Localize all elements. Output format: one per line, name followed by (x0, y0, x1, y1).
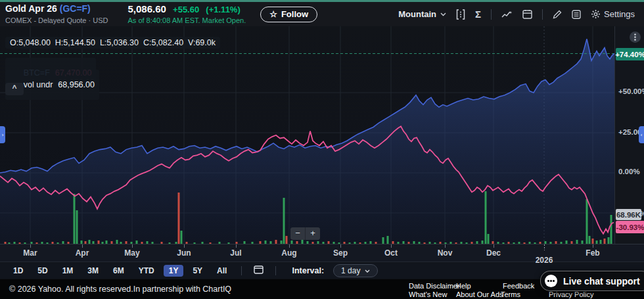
collapse-panel-caret[interactable]: ^ (5, 83, 24, 95)
x-axis-tick (184, 244, 185, 248)
toolbar-divider (275, 266, 276, 275)
volume-bar (592, 239, 594, 244)
volume-bar (178, 193, 180, 244)
custom-date-range-button[interactable] (251, 265, 266, 276)
chevron-down-icon (365, 269, 370, 273)
chart-header: Gold Apr 26 (GC=F) COMEX - Delayed Quote… (0, 2, 644, 27)
interval-dropdown[interactable]: 1 day (333, 264, 378, 277)
expand-left-panel-tab[interactable]: › (0, 126, 5, 143)
x-axis-tick (132, 244, 133, 248)
volume-bar (74, 194, 76, 244)
comparison-value-badge: -30.93% (616, 221, 644, 233)
x-axis-tick (494, 244, 494, 248)
x-axis-label-jun: Jun (177, 248, 191, 258)
volume-bar (608, 237, 610, 244)
range-button-1y[interactable]: 1Y (164, 265, 184, 277)
x-axis-label-oct: Oct (384, 248, 398, 258)
x-axis-tick (289, 244, 290, 248)
events-icon[interactable] (501, 10, 513, 19)
x-axis-tick (593, 244, 593, 248)
range-buttons: 1D5D1M3M6MYTD1Y5YAll (8, 265, 232, 277)
star-icon: ☆ (269, 9, 277, 19)
x-axis-tick (445, 244, 446, 248)
x-axis-label-sep: Sep (333, 248, 348, 258)
interval-value: 1 day (341, 266, 360, 275)
x-axis-tick (30, 244, 31, 248)
interval-label: Interval: (292, 266, 324, 275)
toolbar-divider (542, 9, 543, 20)
finance-chart-app: Gold Apr 26 (GC=F) COMEX - Delayed Quote… (0, 0, 644, 299)
volume-bar (387, 236, 389, 244)
x-axis-tick (82, 244, 83, 248)
x-axis-tick (340, 244, 341, 248)
volume-bar (283, 198, 285, 244)
kebab-dots-icon (634, 34, 636, 41)
y-axis-label: 0.00% (618, 168, 640, 175)
volume-bar (488, 234, 490, 244)
range-button-6m[interactable]: 6M (108, 265, 129, 277)
gear-icon (591, 9, 601, 19)
instrument-symbol[interactable]: (GC=F) (60, 3, 91, 14)
x-axis-label-may: May (124, 248, 139, 258)
volume-bar (382, 237, 384, 244)
year-boundary-tick (544, 244, 545, 250)
zoom-in-button[interactable]: + (306, 227, 320, 240)
footer-link-data-disclaimer[interactable]: Data Disclaimer (409, 282, 460, 290)
chevron-down-icon (440, 12, 446, 16)
footer-link-feedback[interactable]: Feedback (503, 282, 534, 290)
x-axis-label-mar: Mar (23, 248, 37, 258)
price-change: +55.60 (173, 5, 199, 14)
x-axis-tick (391, 244, 392, 248)
range-button-5d[interactable]: 5D (32, 265, 53, 277)
current-value-badge: +74.40% (616, 48, 644, 60)
calendar-icon[interactable] (522, 9, 532, 19)
ohlc-readout: O:5,048.00 H:5,144.50 L:5,036.30 C:5,082… (5, 37, 220, 49)
live-chat-button[interactable]: Live chat support (540, 271, 644, 291)
x-axis-tick (236, 244, 237, 248)
range-button-5y[interactable]: 5Y (187, 265, 208, 277)
x-axis-label-jul: Jul (230, 248, 241, 258)
volume-bar (604, 239, 606, 244)
chart-region: O:5,048.00 H:5,144.50 L:5,036.30 C:5,082… (0, 26, 644, 244)
last-price: 5,086.60 (128, 3, 166, 14)
zoom-controls: − + (290, 227, 320, 240)
price-change-pct: (+1.11%) (206, 5, 240, 14)
x-axis-label-apr: Apr (76, 248, 89, 258)
range-button-1m[interactable]: 1M (57, 265, 79, 277)
price-block: 5,086.60 +55.60 (+1.11%) As of 8:40:08 A… (128, 4, 246, 25)
zoom-out-button[interactable]: − (290, 227, 306, 240)
range-button-1d[interactable]: 1D (8, 265, 28, 277)
selection-brackets-icon[interactable] (456, 9, 465, 20)
price-row: 5,086.60 +55.60 (+1.11%) (128, 4, 246, 15)
indicators-sigma-icon[interactable]: Σ (475, 9, 481, 20)
settings-button[interactable]: Settings (591, 9, 635, 19)
footer-link-what-s-new[interactable]: What's New (409, 290, 447, 298)
instrument-name: Gold Apr 26 (5, 3, 57, 14)
chart-type-dropdown[interactable]: Mountain (398, 9, 446, 19)
draw-pencil-icon[interactable] (553, 10, 562, 19)
volume-value: 68,956.00 (58, 80, 95, 89)
copyright-text: © 2026 Yahoo. All rights reserved.In par… (9, 279, 231, 299)
footer-link-help[interactable]: Help (456, 282, 471, 290)
volume-bar (589, 236, 591, 244)
volume-bar (485, 191, 487, 244)
exchange-line: COMEX - Delayed Quote · USD (5, 16, 108, 24)
x-axis-label-aug: Aug (281, 248, 296, 258)
footer-link-terms[interactable]: Terms (501, 290, 520, 298)
toolbar-divider (241, 266, 242, 275)
x-axis-label-feb: Feb (586, 248, 599, 258)
volume-bar (586, 199, 588, 244)
axis-kebab-menu[interactable] (630, 32, 641, 43)
quote-list-icon[interactable] (572, 10, 581, 19)
expand-right-panel-tab[interactable]: ‹ (639, 126, 644, 143)
x-axis[interactable]: MarAprMayJunJulAugSepOctNovDecFeb2026 (0, 244, 644, 262)
range-button-3m[interactable]: 3M (82, 265, 104, 277)
range-button-all[interactable]: All (212, 265, 232, 277)
date-range-icon (254, 265, 264, 274)
footer-link-about-our-ads[interactable]: About Our Ads (456, 290, 503, 298)
footer-link-privacy-policy[interactable]: Privacy Policy (549, 290, 593, 298)
volume-bar (181, 231, 183, 244)
chat-bubble-icon (545, 275, 557, 287)
range-button-ytd[interactable]: YTD (133, 265, 160, 277)
follow-button[interactable]: ☆ Follow (260, 7, 317, 22)
